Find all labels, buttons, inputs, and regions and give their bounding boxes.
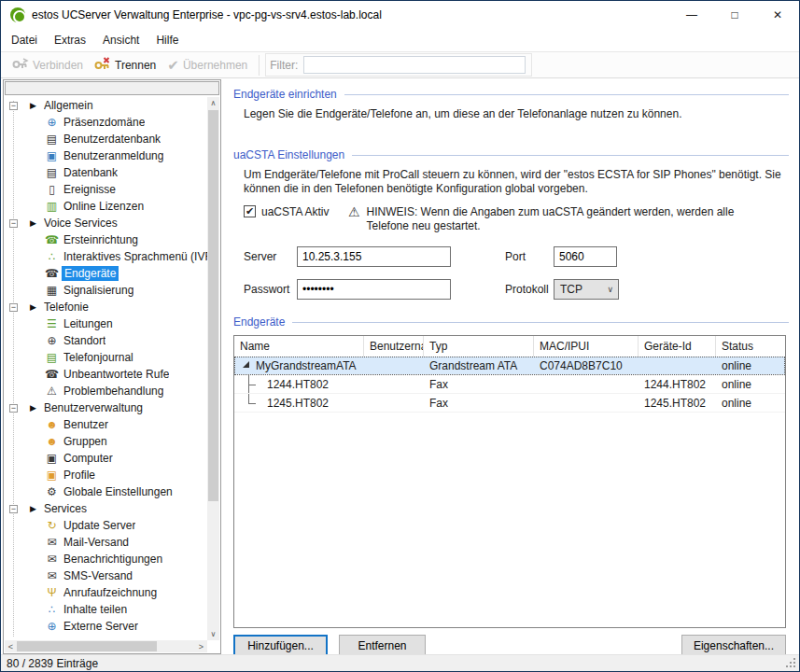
- port-input[interactable]: [554, 246, 617, 267]
- vertical-scroll-thumb[interactable]: [208, 110, 218, 501]
- collapse-icon[interactable]: −: [9, 219, 18, 228]
- column-header-name[interactable]: Name: [234, 336, 364, 357]
- tree-horizontal-scrollbar[interactable]: < >: [5, 640, 207, 652]
- sidebar-item-benachrichtigungen[interactable]: ✉Benachrichtigungen: [5, 551, 207, 567]
- sidebar-item-benutzerdatenbank[interactable]: ▤Benutzerdatenbank: [5, 131, 207, 147]
- sidebar-item-update-server[interactable]: ↻Update Server: [5, 517, 207, 534]
- sidebar-item-problembehandlung[interactable]: ⚠Problembehandlung: [5, 383, 207, 399]
- sidebar-item-sms-versand[interactable]: ✉SMS-Versand: [5, 567, 207, 584]
- collapse-icon[interactable]: −: [9, 102, 18, 110]
- sidebar-item-telefonjournal[interactable]: ▤Telefonjournal: [5, 349, 207, 366]
- column-header-device-id[interactable]: Geräte-Id: [639, 336, 716, 357]
- sidebar-item-services[interactable]: −▶Services: [5, 500, 207, 517]
- sidebar-item-praesenzdomaene[interactable]: ⊕Präsenzdomäne: [5, 114, 207, 131]
- section-title: Endgeräte einrichten: [233, 88, 337, 101]
- sidebar-item-telefonie[interactable]: −▶Telefonie: [5, 299, 207, 315]
- setup-section-header: Endgeräte einrichten: [233, 88, 792, 101]
- scroll-down-icon[interactable]: ∨: [207, 628, 219, 640]
- disconnect-button[interactable]: Trennen: [89, 54, 161, 76]
- sidebar-item-benutzeranmeldung[interactable]: ▣Benutzeranmeldung: [5, 147, 207, 164]
- ivr-icon: ∴: [44, 251, 60, 262]
- table-row-selected[interactable]: MyGrandstreamATA Grandstream ATA C074AD8…: [234, 357, 785, 375]
- sidebar-item-gruppen[interactable]: ☻Gruppen: [5, 433, 207, 450]
- sidebar-item-globale-einstellungen[interactable]: ⚙Globale Einstellungen: [5, 483, 207, 500]
- filter-group: Filter:: [265, 53, 532, 77]
- protocol-select[interactable]: TCP ∨: [554, 279, 619, 300]
- sidebar-item-label: Anrufaufzeichnung: [63, 586, 157, 599]
- sidebar-item-mail-versand[interactable]: ✉Mail-Versand: [5, 534, 207, 551]
- sidebar-item-label: Ersteinrichtung: [63, 233, 138, 246]
- sidebar-item-endgeraete[interactable]: ☎Endgeräte: [5, 265, 207, 282]
- cell-name: 1244.HT802: [234, 375, 364, 393]
- sidebar-item-label-selected: Endgeräte: [62, 266, 119, 281]
- collapse-icon[interactable]: −: [9, 404, 18, 413]
- apply-check-icon: ✔: [167, 58, 179, 72]
- sidebar-item-label: Ereignisse: [63, 183, 116, 196]
- sidebar-item-ereignisse[interactable]: ▯Ereignisse: [5, 181, 207, 198]
- sidebar-item-anrufaufzeichnung[interactable]: ΨAnrufaufzeichnung: [5, 584, 207, 601]
- sidebar-item-unbeantwortete-rufe[interactable]: ☎Unbeantwortete Rufe: [5, 366, 207, 383]
- column-header-mac[interactable]: MAC/IPUI: [534, 336, 639, 357]
- sidebar-item-signalisierung[interactable]: ▦Signalisierung: [5, 282, 207, 299]
- close-button[interactable]: ✕: [756, 1, 799, 29]
- tree-vertical-scrollbar[interactable]: ∧ ∨: [207, 97, 219, 640]
- sidebar-item-ivr[interactable]: ∴Interaktives Sprachmenü (IVR: [5, 248, 207, 265]
- sidebar-item-benutzerverwaltung[interactable]: −▶Benutzerverwaltung: [5, 399, 207, 416]
- sidebar-item-ersteinrichtung[interactable]: ☎Ersteinrichtung: [5, 231, 207, 248]
- sidebar-item-online-lizenzen[interactable]: ▥Online Lizenzen: [5, 198, 207, 215]
- scroll-right-icon[interactable]: >: [195, 640, 207, 652]
- sidebar-item-benutzer[interactable]: ☻Benutzer: [5, 416, 207, 433]
- menu-extras[interactable]: Extras: [46, 31, 94, 49]
- cell-username: [364, 394, 424, 412]
- resize-grip[interactable]: [793, 665, 795, 667]
- expanded-triangle-icon[interactable]: [243, 361, 249, 368]
- column-header-username[interactable]: Benutzerna...: [364, 336, 424, 357]
- collapse-icon[interactable]: −: [9, 505, 18, 513]
- properties-button[interactable]: Eigenschaften...: [681, 635, 786, 654]
- column-header-type[interactable]: Typ: [424, 336, 534, 357]
- location-icon: ⊕: [44, 335, 60, 346]
- keypad-icon: ▦: [44, 285, 60, 296]
- scroll-up-icon[interactable]: ∧: [207, 97, 219, 109]
- sidebar-item-voice-services[interactable]: −▶Voice Services: [5, 215, 207, 231]
- cell-status: online: [716, 357, 785, 374]
- apply-label: Übernehmen: [183, 59, 247, 72]
- sidebar-item-allgemein[interactable]: −▶Allgemein: [5, 97, 207, 114]
- connect-button[interactable]: Verbinden: [7, 54, 89, 76]
- collapse-icon[interactable]: −: [9, 303, 18, 312]
- sidebar-item-standort[interactable]: ⊕Standort: [5, 332, 207, 349]
- column-header-status[interactable]: Status: [716, 336, 785, 357]
- microphone-icon: Ψ: [44, 587, 60, 598]
- sidebar-item-inhalte-teilen[interactable]: ∴Inhalte teilen: [5, 601, 207, 618]
- scroll-left-icon[interactable]: <: [5, 640, 17, 652]
- add-button[interactable]: Hinzufügen...: [233, 635, 328, 654]
- password-input[interactable]: [297, 279, 451, 300]
- sidebar-item-label: Update Server: [63, 519, 135, 532]
- sidebar-item-datenbank[interactable]: ▤Datenbank: [5, 164, 207, 181]
- remove-button[interactable]: Entfernen: [339, 635, 426, 654]
- filter-input[interactable]: [303, 56, 526, 74]
- toolbar-separator: [259, 55, 260, 76]
- table-row[interactable]: 1245.HT802 Fax 1245.HT802 online: [234, 394, 785, 413]
- maximize-button[interactable]: □: [713, 1, 756, 29]
- sidebar-item-leitungen[interactable]: ☰Leitungen: [5, 315, 207, 332]
- cell-device-id: [639, 357, 716, 374]
- sidebar-item-label: Telefonjournal: [63, 351, 133, 364]
- uacsta-checkbox-group: ✔ uaCSTA Aktiv: [244, 205, 348, 233]
- table-row[interactable]: 1244.HT802 Fax 1244.HT802 online: [234, 375, 785, 394]
- minimize-button[interactable]: —: [670, 1, 713, 29]
- sidebar-item-externe-server[interactable]: ⊕Externe Server: [5, 618, 207, 635]
- horizontal-scroll-thumb[interactable]: [17, 641, 157, 651]
- menu-ansicht[interactable]: Ansicht: [94, 31, 147, 49]
- sidebar-item-computer[interactable]: ▣Computer: [5, 450, 207, 467]
- warning-triangle-icon: ⚠: [44, 385, 60, 397]
- menu-hilfe[interactable]: Hilfe: [147, 31, 187, 49]
- cell-username: [364, 375, 424, 393]
- menu-datei[interactable]: Datei: [3, 31, 46, 49]
- navigation-sidebar: −▶Allgemein ⊕Präsenzdomäne ▤Benutzerdate…: [3, 79, 221, 654]
- apply-button[interactable]: ✔ Übernehmen: [161, 55, 253, 75]
- server-input[interactable]: [297, 246, 451, 267]
- uacsta-checkbox[interactable]: ✔: [244, 205, 256, 217]
- sidebar-item-profile[interactable]: ▣Profile: [5, 467, 207, 483]
- section-divider: [292, 322, 789, 323]
